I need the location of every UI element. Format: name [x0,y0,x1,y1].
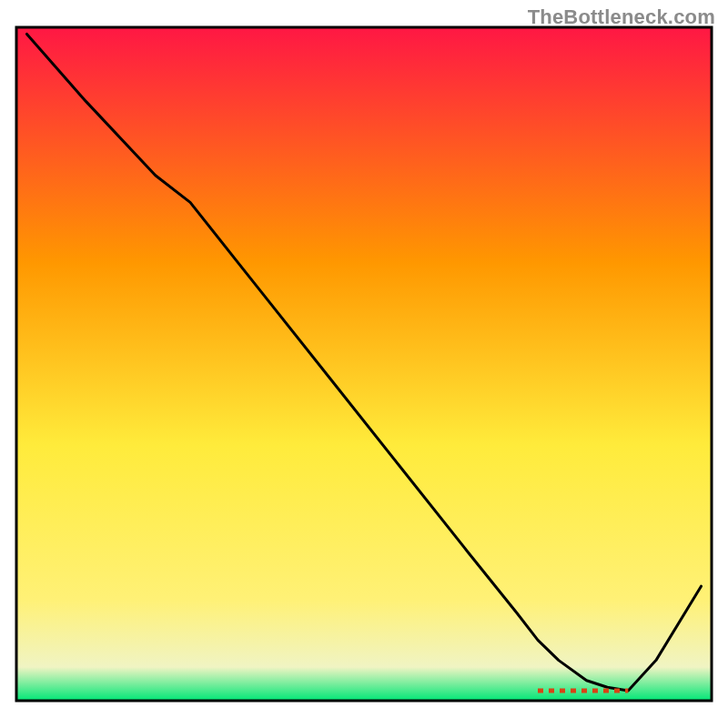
plot-background [16,27,712,701]
chart-canvas [0,0,728,728]
chart-root: TheBottleneck.com [0,0,728,728]
watermark-text: TheBottleneck.com [528,5,715,29]
